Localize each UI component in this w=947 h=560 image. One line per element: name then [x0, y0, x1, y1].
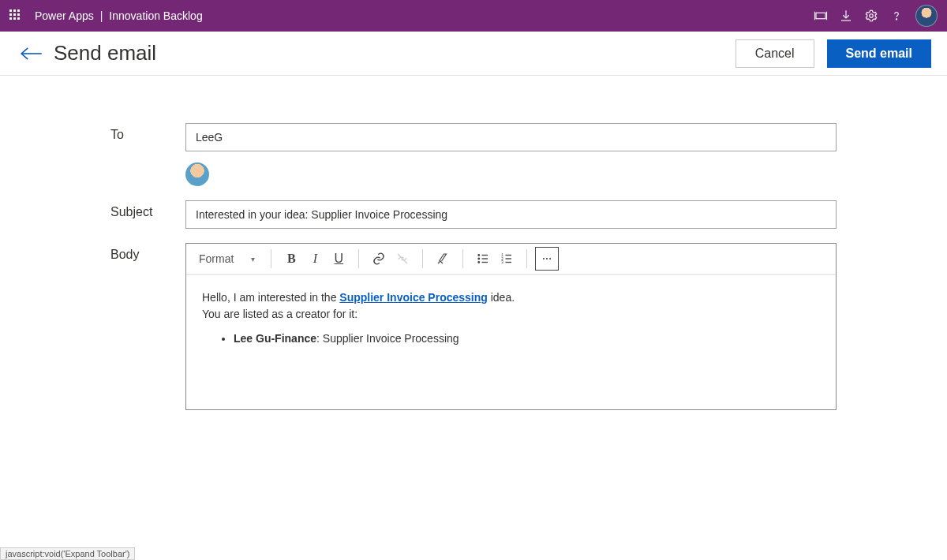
svg-point-6	[896, 19, 896, 20]
send-email-button[interactable]: Send email	[827, 39, 931, 68]
subject-input[interactable]	[185, 200, 837, 229]
to-label: To	[110, 123, 185, 142]
toolbar-separator	[422, 249, 423, 268]
download-icon[interactable]	[833, 3, 859, 28]
page-title: Send email	[54, 41, 156, 65]
creator-name: Lee Gu-Finance	[234, 332, 316, 345]
format-dropdown[interactable]: Format ▾	[194, 247, 263, 271]
expand-toolbar-button[interactable]	[535, 247, 559, 271]
body-label: Body	[110, 243, 185, 262]
idea-link[interactable]: Supplier Invoice Processing	[339, 291, 488, 304]
help-icon[interactable]	[884, 3, 909, 28]
clear-formatting-button[interactable]	[431, 247, 455, 271]
page-header: Send email Cancel Send email	[0, 32, 947, 76]
svg-point-21	[543, 258, 545, 259]
body-text: You are listed as a creator for it:	[202, 306, 820, 323]
toolbar-separator	[358, 249, 359, 268]
subject-label: Subject	[110, 200, 185, 219]
app-name: Innovation Backlog	[109, 9, 202, 22]
unlink-button	[391, 247, 414, 271]
chevron-down-icon: ▾	[251, 255, 255, 263]
svg-point-5	[870, 14, 874, 18]
toolbar-separator	[462, 249, 463, 268]
fit-screen-icon[interactable]	[808, 3, 833, 28]
product-name: Power Apps	[35, 9, 94, 22]
bulleted-list-button[interactable]	[471, 247, 495, 271]
creator-role: : Supplier Invoice Processing	[316, 332, 459, 345]
user-avatar[interactable]	[915, 5, 938, 27]
global-header: Power Apps | Innovation Backlog	[0, 0, 947, 32]
email-form: To Subject Body Format ▾	[0, 76, 947, 424]
link-button[interactable]	[367, 247, 391, 271]
email-body-editor[interactable]: Hello, I am interested in the Supplier I…	[186, 275, 836, 409]
underline-button[interactable]: U	[327, 247, 350, 271]
rich-text-editor: Format ▾ B I U	[185, 243, 837, 410]
toolbar-separator	[271, 249, 271, 268]
title-divider: |	[100, 9, 103, 22]
svg-point-10	[478, 258, 480, 259]
svg-rect-0	[816, 13, 825, 19]
toolbar-separator	[526, 249, 527, 268]
app-launcher-icon[interactable]	[9, 9, 22, 22]
italic-button[interactable]: I	[303, 247, 327, 271]
svg-point-23	[549, 258, 551, 259]
recipient-avatar[interactable]	[185, 162, 209, 186]
browser-status-bar: javascript:void('Expand Toolbar')	[0, 547, 135, 560]
bold-button[interactable]: B	[279, 247, 303, 271]
numbered-list-button[interactable]: 123	[495, 247, 518, 271]
body-text: Hello, I am interested in the	[202, 291, 339, 304]
svg-point-11	[478, 262, 480, 263]
svg-point-9	[478, 255, 480, 256]
cancel-button[interactable]: Cancel	[736, 39, 814, 68]
back-button[interactable]	[16, 38, 47, 69]
format-dropdown-label: Format	[199, 252, 234, 265]
rte-toolbar: Format ▾ B I U	[186, 244, 836, 275]
svg-point-22	[546, 258, 548, 259]
body-text: idea.	[488, 291, 515, 304]
to-input[interactable]	[185, 123, 837, 151]
svg-text:3: 3	[502, 260, 504, 264]
creator-list-item: Lee Gu-Finance: Supplier Invoice Process…	[234, 330, 820, 347]
settings-icon[interactable]	[859, 3, 884, 28]
